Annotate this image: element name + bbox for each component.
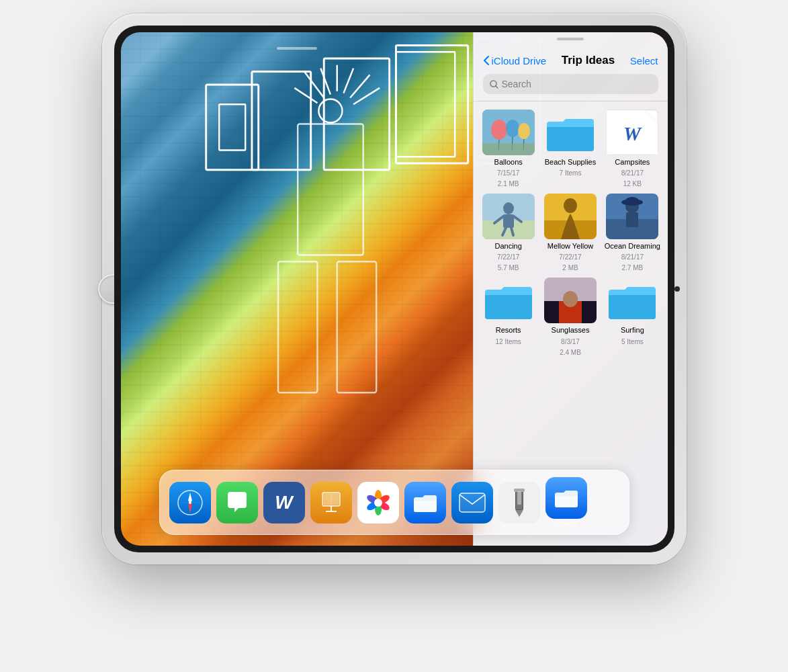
file-item-mellow[interactable]: Mellow Yellow 7/22/17 2 MB (542, 194, 599, 272)
svg-point-23 (506, 120, 519, 137)
top-bar (121, 32, 473, 59)
dock-app-photos[interactable] (357, 482, 399, 523)
mellow-size: 2 MB (562, 264, 578, 272)
svg-rect-76 (517, 491, 521, 505)
file-item-surfing[interactable]: Surfing 5 Items (604, 278, 660, 356)
mail-envelope-icon (458, 492, 486, 513)
folder-title: Trip Ideas (546, 54, 630, 67)
dock-app-mail[interactable] (451, 482, 493, 523)
ocean-name: Ocean Dreaming (605, 242, 660, 251)
photos-pinwheel-icon (362, 487, 394, 519)
resorts-size: 12 Items (495, 338, 521, 346)
dock-container: W (159, 470, 629, 535)
select-button[interactable]: Select (630, 55, 658, 67)
svg-rect-71 (459, 493, 485, 512)
svg-point-33 (503, 202, 514, 214)
surfing-folder-svg (606, 280, 658, 321)
folder-svg (544, 112, 597, 153)
dock-app-word[interactable]: W (263, 482, 305, 523)
svg-text:W: W (623, 123, 642, 144)
ocean-image (606, 194, 658, 239)
beach-folder-icon (544, 110, 597, 155)
svg-rect-47 (626, 212, 638, 227)
dancing-image (482, 194, 535, 239)
surfing-name: Surfing (621, 326, 644, 335)
balloons-image (482, 110, 535, 155)
chevron-left-icon (483, 55, 490, 66)
keynote-presenter-icon (317, 489, 345, 517)
dock-app-messages[interactable] (216, 482, 258, 523)
dock-app-safari[interactable] (169, 482, 211, 523)
dancing-thumb (482, 194, 535, 239)
balloons-name: Balloons (494, 158, 523, 167)
sunglasses-image (544, 278, 597, 323)
markup-pen-icon (507, 489, 531, 517)
resorts-name: Resorts (496, 326, 521, 335)
balloons-thumb (482, 110, 535, 155)
beach-name: Beach Supplies (545, 158, 596, 167)
campsites-size: 12 KB (623, 180, 642, 188)
svg-point-46 (625, 197, 639, 205)
files-panel: iCloud Drive Trip Ideas Select Search (473, 32, 668, 546)
screen: iCloud Drive Trip Ideas Select Search (121, 32, 668, 546)
campsites-date: 8/21/17 (621, 169, 644, 177)
dock-app-files[interactable] (404, 482, 446, 523)
mellow-thumb (544, 194, 597, 239)
svg-rect-34 (503, 214, 514, 228)
word-doc-image: W (607, 110, 658, 155)
browse-label: Browse (555, 520, 577, 528)
sunglasses-name: Sunglasses (552, 326, 590, 335)
files-folder-icon (412, 490, 439, 515)
sunglasses-size: 2.4 MB (560, 349, 581, 357)
file-item-campsites[interactable]: W Campsites 8/21/17 12 KB (604, 110, 660, 188)
svg-rect-28 (482, 143, 535, 155)
sunglasses-thumb (544, 278, 597, 323)
ocean-date: 8/21/17 (621, 253, 644, 261)
svg-point-41 (564, 198, 577, 213)
front-camera (674, 286, 680, 292)
svg-line-20 (496, 86, 498, 88)
dancing-size: 5.7 MB (498, 264, 519, 272)
dancing-date: 7/22/17 (497, 253, 519, 261)
sunglasses-date: 8/3/17 (561, 338, 580, 346)
ocean-size: 2.7 MB (621, 264, 643, 272)
back-button[interactable]: iCloud Drive (483, 55, 547, 67)
dock-app-browse[interactable] (545, 477, 587, 519)
campsites-name: Campsites (615, 158, 650, 167)
files-header: iCloud Drive Trip Ideas Select Search (474, 40, 668, 101)
file-item-ocean[interactable]: Ocean Dreaming 8/21/17 2.7 MB (604, 194, 660, 272)
mellow-date: 7/22/17 (559, 253, 581, 261)
file-item-resorts[interactable]: Resorts 12 Items (480, 278, 537, 356)
svg-point-69 (374, 499, 382, 507)
dancing-name: Dancing (494, 242, 521, 251)
file-item-dancing[interactable]: Dancing 7/22/17 5.7 MB (480, 194, 537, 272)
beach-size: 7 Items (560, 169, 582, 177)
svg-point-51 (563, 291, 578, 307)
balloons-date: 7/15/17 (497, 169, 519, 177)
files-nav: iCloud Drive Trip Ideas Select (483, 54, 658, 67)
back-label: iCloud Drive (492, 55, 547, 67)
surfing-folder-icon (606, 278, 658, 323)
messages-bubble-icon (224, 489, 251, 516)
files-grid: Balloons 7/15/17 2.1 MB (474, 101, 668, 365)
mellow-name: Mellow Yellow (548, 242, 593, 251)
search-placeholder: Search (502, 79, 531, 89)
ocean-thumb (606, 194, 658, 239)
file-item-sunglasses[interactable]: Sunglasses 8/3/17 2.4 MB (542, 278, 599, 356)
svg-point-24 (518, 123, 530, 139)
resorts-folder-icon (482, 278, 535, 323)
resorts-folder-svg (482, 280, 535, 321)
dock-app-keynote[interactable] (310, 482, 352, 523)
surfing-size: 5 Items (621, 338, 644, 346)
search-icon (490, 80, 498, 89)
file-item-balloons[interactable]: Balloons 7/15/17 2.1 MB (480, 110, 537, 188)
search-bar[interactable]: Search (483, 74, 658, 94)
svg-point-22 (491, 120, 507, 140)
dock-app-markup[interactable] (498, 482, 540, 523)
file-item-beach[interactable]: Beach Supplies 7 Items (542, 110, 599, 188)
status-pill (277, 47, 317, 50)
balloons-size: 2.1 MB (498, 180, 519, 188)
ipad-frame: iCloud Drive Trip Ideas Select Search (102, 13, 687, 564)
safari-compass-icon (176, 489, 204, 517)
svg-marker-74 (515, 510, 523, 517)
